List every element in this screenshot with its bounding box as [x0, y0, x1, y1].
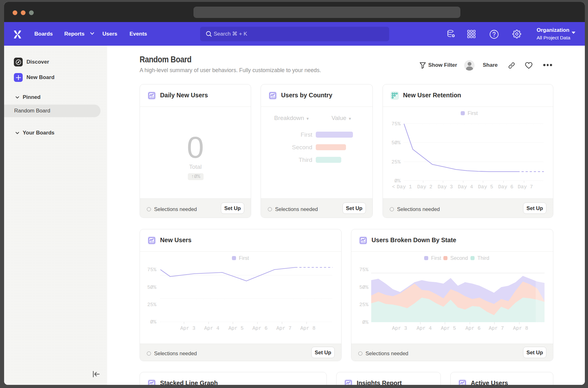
svg-text:Apr 8: Apr 8	[300, 326, 315, 331]
svg-text:75%: 75%	[391, 121, 401, 127]
svg-text:Day 2: Day 2	[417, 184, 432, 190]
svg-text:Apr 6: Apr 6	[465, 326, 481, 331]
svg-text:5Ø%: 5Ø%	[359, 285, 368, 290]
svg-text:75%: 75%	[359, 267, 368, 273]
svg-text:Ø%: Ø%	[362, 320, 369, 325]
svg-text:5Ø%: 5Ø%	[147, 285, 156, 290]
svg-text:Day 4: Day 4	[458, 184, 473, 190]
svg-text:25%: 25%	[359, 302, 368, 308]
svg-text:Apr 3: Apr 3	[180, 326, 195, 331]
svg-text:<: <	[392, 184, 395, 190]
svg-text:Apr 7: Apr 7	[489, 326, 504, 331]
svg-text:Apr 5: Apr 5	[441, 326, 456, 331]
svg-text:Apr 4: Apr 4	[417, 326, 432, 331]
svg-text:5Ø%: 5Ø%	[391, 140, 401, 146]
svg-text:Day 7: Day 7	[518, 184, 533, 190]
svg-text:Day 3: Day 3	[438, 184, 453, 190]
svg-text:Apr 5: Apr 5	[228, 326, 244, 331]
svg-text:Apr 3: Apr 3	[392, 326, 407, 331]
svg-text:Apr 8: Apr 8	[513, 326, 528, 331]
svg-text:Day 6: Day 6	[498, 184, 513, 190]
svg-text:Ø%: Ø%	[395, 178, 401, 184]
svg-text:Apr 6: Apr 6	[252, 326, 268, 331]
svg-text:75%: 75%	[147, 267, 156, 273]
svg-text:Day 5: Day 5	[478, 184, 493, 190]
svg-text:Apr 7: Apr 7	[276, 326, 291, 331]
svg-text:Day 1: Day 1	[397, 184, 412, 190]
svg-text:Apr 4: Apr 4	[204, 326, 219, 331]
svg-text:25%: 25%	[147, 302, 156, 308]
svg-text:Ø%: Ø%	[150, 319, 157, 325]
svg-text:25%: 25%	[391, 159, 401, 165]
